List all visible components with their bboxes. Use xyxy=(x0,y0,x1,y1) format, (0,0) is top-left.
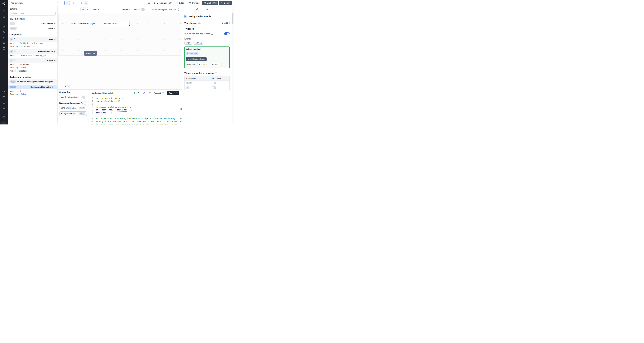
scrollbar-thumb[interactable] xyxy=(232,13,234,24)
transformer-info-icon[interactable]: i xyxy=(198,22,200,24)
chevron-up-icon[interactable] xyxy=(54,51,56,52)
draft-button[interactable]: Draft ⌘S xyxy=(202,0,218,5)
state-row[interactable]: state State xyxy=(8,26,58,31)
chevron-up-icon[interactable] xyxy=(54,60,56,61)
app-canvas[interactable]: Write Discord message: Example resou... … xyxy=(58,13,182,90)
format-button[interactable]: Format ⌘S xyxy=(153,92,166,94)
output-kv-row[interactable]: result:6 xyxy=(8,90,58,93)
text-component[interactable]: Write Discord message: xyxy=(70,21,99,26)
zoom-in-button[interactable]: + xyxy=(71,84,75,88)
chevron-down-icon[interactable] xyxy=(54,23,56,24)
code-line[interactable]: 5if (!state.foo) { state.foo = 0 } xyxy=(90,108,182,111)
hide-bar-toggle[interactable] xyxy=(140,8,145,11)
component-a-header[interactable]: a Text xyxy=(8,37,58,42)
ctx-row[interactable]: ctx App Context xyxy=(8,21,58,26)
app-summary-input[interactable] xyxy=(9,1,50,5)
quick-add-ctx-email[interactable]: +ctx.email xyxy=(197,63,209,66)
refresh-icon[interactable]: ↻ xyxy=(81,102,83,104)
author-info-icon[interactable]: i xyxy=(178,8,180,10)
tab-styling[interactable] xyxy=(205,6,210,13)
editor-tab-button[interactable]: ✎ Editor xyxy=(175,0,186,5)
code-line[interactable]: 6state.foo += 1 xyxy=(90,111,182,114)
code-line[interactable]: 7 xyxy=(90,114,182,117)
refresh-count-control[interactable]: ↻ 1 xyxy=(80,7,90,12)
chevron-down-icon[interactable] xyxy=(54,28,56,29)
add-background-runnable-button[interactable]: + xyxy=(84,102,87,104)
code-line[interactable]: 8// for reactivity to work, you need to … xyxy=(90,117,182,120)
refresh-icon[interactable]: ↻ xyxy=(81,8,86,12)
chevron-up-icon[interactable] xyxy=(54,39,56,40)
variables-dollar-icon[interactable]: $ xyxy=(1,35,6,40)
folder-icon[interactable] xyxy=(1,100,6,105)
undo-icon[interactable]: ↶ xyxy=(51,1,56,5)
resize-handle[interactable] xyxy=(96,55,97,56)
schedules-calendar-icon[interactable] xyxy=(1,46,6,50)
run-on-start-info-icon[interactable]: i xyxy=(211,33,213,35)
windmill-logo[interactable] xyxy=(2,2,6,6)
docs-book-icon[interactable] xyxy=(147,1,151,5)
quick-add-state-foo[interactable]: +state.foo xyxy=(210,63,222,66)
desktop-view-icon[interactable] xyxy=(84,1,88,5)
user-icon[interactable] xyxy=(1,84,6,88)
delete-trash-icon[interactable] xyxy=(148,91,152,95)
code-line[interactable]: 1// read outputs and ctx xyxy=(90,97,182,100)
workers-toolbox-icon[interactable] xyxy=(1,95,6,99)
code-lines[interactable]: 1// read outputs and ctx2console.log(ctx… xyxy=(89,96,182,124)
output-kv-row[interactable]: result:undefined xyxy=(8,63,58,66)
fullscreen-icon[interactable] xyxy=(71,1,75,5)
audit-eye-icon[interactable] xyxy=(1,106,6,110)
output-kv-row[interactable]: loading:undefined xyxy=(8,45,58,48)
cache-database-icon[interactable] xyxy=(136,91,140,95)
button-component[interactable]: Press me xyxy=(84,51,97,56)
output-kv-row[interactable]: jobId:undefined xyxy=(8,69,58,72)
pointer-hand-icon[interactable] xyxy=(14,59,16,62)
clear-selection-icon[interactable]: ✕ xyxy=(126,22,128,24)
event-chip-start[interactable]: start xyxy=(184,41,192,44)
remove-dependency-icon[interactable]: ✕ xyxy=(194,52,197,54)
tab-add-component[interactable]: + xyxy=(184,6,190,13)
run-button[interactable]: Run ⌘⏎ xyxy=(167,91,179,95)
output-kv-row[interactable]: loading:false xyxy=(8,66,58,69)
output-kv-row[interactable]: result:"Write Discord message:" xyxy=(8,42,58,45)
runnable-item-bg0[interactable]: Send a message... bg_0 xyxy=(59,106,87,110)
resource-select-component[interactable]: Example resou... ✕ xyxy=(102,21,130,26)
trigger-success-info-icon[interactable]: i xyxy=(215,72,217,74)
resize-handle[interactable] xyxy=(98,25,99,26)
frequency-dropdown[interactable]: once xyxy=(92,8,99,11)
code-line[interactable]: 4// access a global state store xyxy=(90,106,182,108)
add-dependency-button[interactable]: + Add dependency xyxy=(186,57,206,61)
event-chip-refresh[interactable]: refresh xyxy=(194,41,204,44)
recompute-toggle-c[interactable] xyxy=(212,86,216,89)
tab-component-settings[interactable] xyxy=(194,6,200,13)
redo-icon[interactable]: ↷ xyxy=(56,1,60,5)
runs-play-icon[interactable] xyxy=(1,30,6,34)
bg0-header[interactable]: bg_0 Send a message to discord using web… xyxy=(8,79,58,84)
resize-handle[interactable] xyxy=(128,25,130,26)
home-icon[interactable] xyxy=(1,24,6,29)
code-line[interactable]: 2console.log(ctx.email) xyxy=(90,100,182,103)
component-c-header[interactable]: c Button xyxy=(8,58,58,63)
component-b-header[interactable]: b Resource Select xyxy=(8,49,58,54)
pointer-hand-icon[interactable] xyxy=(17,81,19,83)
code-line[interactable]: 3 xyxy=(90,102,182,106)
preview-tab-button[interactable]: Preview xyxy=(187,0,201,5)
runnable-item-hub[interactable]: hub/1511/discord/se... c xyxy=(59,95,87,100)
watched-value-chip[interactable]: b.result ✕ xyxy=(186,52,198,55)
runnable-item-bg1[interactable]: Background Run... bg_1 xyxy=(59,111,87,116)
help-icon[interactable]: ? xyxy=(1,116,6,120)
chevron-up-icon[interactable] xyxy=(54,86,56,88)
runnable-name-input[interactable] xyxy=(90,91,132,95)
zoom-out-button[interactable]: − xyxy=(60,84,64,88)
keypad-icon[interactable] xyxy=(1,10,6,14)
ai-wand-icon[interactable] xyxy=(142,91,146,95)
star-icon[interactable] xyxy=(1,15,6,19)
align-components-button[interactable]: |0| xyxy=(64,1,70,5)
more-menu-icon[interactable]: ⋮ xyxy=(142,1,146,5)
canvas-grid[interactable]: Write Discord message: Example resou... … xyxy=(58,14,181,56)
add-transformer-button[interactable]: + Add xyxy=(220,21,230,25)
run-on-start-toggle[interactable] xyxy=(224,32,230,35)
bg1-header[interactable]: bg_1 Background Runnable 1 xyxy=(8,85,58,90)
output-kv-row[interactable]: result:"$res:u/henri/testing_bot" xyxy=(8,54,58,57)
pointer-hand-icon[interactable] xyxy=(14,38,16,40)
flows-network-icon[interactable] xyxy=(1,41,6,45)
